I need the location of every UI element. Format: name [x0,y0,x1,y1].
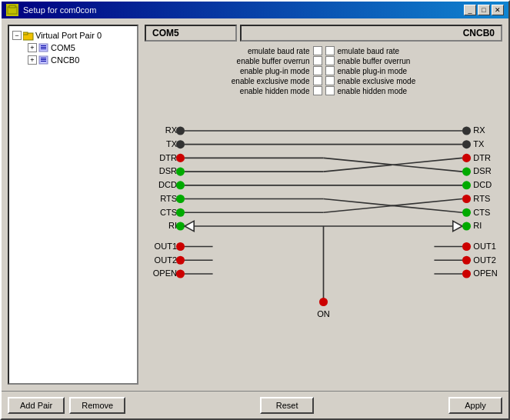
opt-buffer-right-label: enable buffer overrun [338,57,411,65]
opt-plugin-left-label: enable plug-in mode [240,67,310,75]
opt-buffer-left: enable buffer overrun [145,56,322,65]
sig-ri-right: RI [473,221,482,230]
tree-com5-expand[interactable]: + [28,43,37,52]
cb-exclusive-left[interactable] [313,76,322,85]
tree-panel: − Virtual Port Pair 0 + COM5 [8,25,138,385]
main-window: Setup for com0com _ □ ✕ − Virtual Port P… [0,0,510,420]
apply-button[interactable]: Apply [448,397,502,414]
bottom-bar: Add Pair Remove Reset Apply [2,391,508,418]
sig-rx-right: RX [473,125,485,135]
sig-cts-left: CTS [160,208,177,217]
dot-on [319,298,328,306]
opt-exclusive-left: enable exclusive mode [145,76,322,85]
svg-rect-3 [23,32,28,35]
window-icon [6,4,18,16]
tree-cncb0-expand[interactable]: + [28,55,37,65]
sig-ri-left: RI [168,221,177,230]
tree-root[interactable]: − Virtual Port Pair 0 [12,29,134,42]
signal-svg: RX TX DTR DSR DCD RTS CTS RI OUT1 OUT2 O… [145,100,502,385]
svg-rect-5 [41,45,46,46]
dot-dcd-right [462,181,471,189]
cb-hidden-right[interactable] [325,86,335,95]
dot-dtr-left [176,154,185,162]
sig-rts-right: RTS [473,194,490,203]
signal-diagram: RX TX DTR DSR DCD RTS CTS RI OUT1 OUT2 O… [145,100,502,385]
opt-buffer-right: enable buffer overrun [325,56,503,65]
cb-exclusive-right[interactable] [325,76,335,85]
config-panel: COM5 CNCB0 emulate baud rate enable buff… [145,25,502,385]
dot-dsr-right [462,168,471,176]
arrow-ri-left [185,221,194,231]
opt-exclusive-right: enable exclusive mode [325,76,503,85]
close-button[interactable]: ✕ [492,5,504,15]
dot-out1-left [176,242,185,251]
dot-ri-right [462,222,471,230]
dot-cts-left [176,208,185,217]
dot-dsr-left [176,168,185,176]
cb-plugin-right[interactable] [325,66,335,75]
sig-dcd-left: DCD [158,180,177,189]
sig-out2-left: OUT2 [155,255,178,265]
opt-baud-right-label: emulate baud rate [338,47,400,55]
sig-out2-right: OUT2 [473,255,496,265]
cb-baud-left[interactable] [313,46,322,55]
title-controls: _ □ ✕ [464,5,504,15]
sig-dtr-right: DTR [473,153,491,162]
opt-plugin-right: enable plug-in mode [325,66,503,75]
remove-button[interactable]: Remove [69,397,125,414]
right-port-label: CNCB0 [240,25,502,42]
sig-out1-left: OUT1 [155,242,178,251]
opt-hidden-right: enable hidden mode [325,86,503,95]
cb-buffer-left[interactable] [313,56,322,65]
minimize-button[interactable]: _ [464,5,476,15]
tree-root-label: Virtual Port Pair 0 [35,31,102,40]
cb-hidden-left[interactable] [313,86,322,95]
opt-hidden-right-label: enable hidden mode [338,87,408,95]
tree-children: + COM5 + [28,42,134,66]
dot-tx-right [462,140,471,148]
cb-plugin-left[interactable] [313,66,322,75]
dot-open-left [176,269,185,278]
sig-dsr-left: DSR [159,166,177,175]
window-title: Setup for com0com [23,5,96,15]
opt-plugin-left: enable plug-in mode [145,66,322,75]
svg-rect-7 [41,48,46,49]
tree-root-expand[interactable]: − [12,31,22,40]
sig-tx-left: TX [166,139,178,148]
sig-open-left: OPEN [153,268,177,278]
opt-baud-left-label: emulate baud rate [248,47,310,55]
dot-out2-right [462,256,471,265]
dot-rx-right [462,126,471,135]
dot-dtr-right [462,154,471,162]
dot-out2-left [176,256,185,265]
tree-cncb0[interactable]: + CNCB0 [28,54,134,66]
tree-com5[interactable]: + COM5 [28,42,134,54]
add-pair-button[interactable]: Add Pair [8,397,65,414]
svg-rect-11 [41,61,46,62]
port-icon-com5 [38,42,49,53]
svg-rect-6 [41,47,46,48]
sig-out1-right: OUT1 [473,242,496,251]
cb-buffer-right[interactable] [325,56,335,65]
opt-exclusive-right-label: enable exclusive mode [338,77,416,85]
cb-baud-right[interactable] [325,46,335,55]
content-area: − Virtual Port Pair 0 + COM5 [2,18,508,391]
arrow-ri-right [453,221,462,231]
opt-hidden-left: enable hidden mode [145,86,322,95]
reset-button[interactable]: Reset [260,397,314,414]
svg-rect-9 [41,58,46,58]
tree-com5-label: COM5 [51,43,75,52]
svg-rect-10 [41,59,46,60]
sig-open-right: OPEN [473,268,497,278]
opt-exclusive-left-label: enable exclusive mode [232,77,310,85]
dot-cts-right [462,208,471,217]
sig-cts-right: CTS [473,208,490,217]
on-label: ON [317,309,330,318]
left-port-label: COM5 [145,25,237,42]
maximize-button[interactable]: □ [478,5,490,15]
sig-rx-left: RX [165,125,178,135]
dot-rts-left [176,195,185,203]
ports-header: COM5 CNCB0 [145,25,502,42]
tree-cncb0-label: CNCB0 [51,55,79,65]
opt-buffer-left-label: enable buffer overrun [237,57,310,65]
